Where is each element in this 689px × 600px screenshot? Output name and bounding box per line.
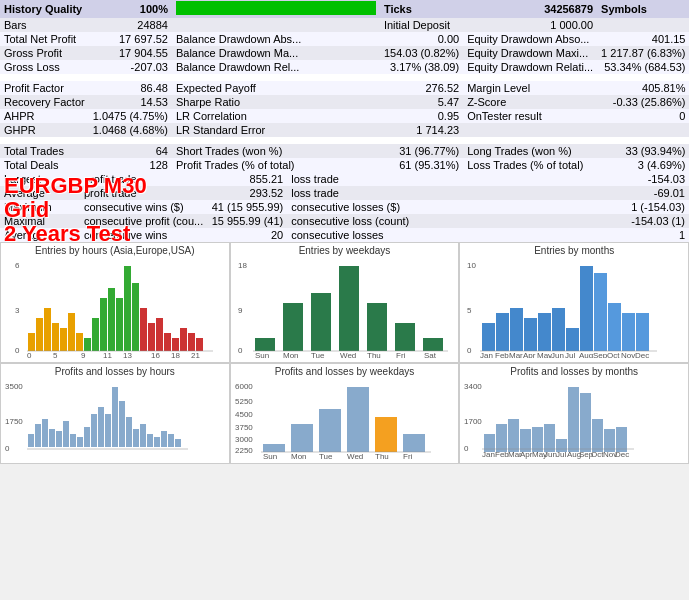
rf-value: 14.53	[89, 95, 172, 109]
y-w0: 0	[238, 346, 243, 355]
sr-label: Sharpe Ratio	[172, 95, 380, 109]
pnl-weekdays-title: Profits and losses by weekdays	[233, 366, 457, 377]
chart-pnl-weekdays: Profits and losses by weekdays 6000 5250…	[230, 363, 460, 464]
bar-sun	[255, 338, 275, 351]
bar-oct	[608, 303, 621, 351]
tt-value: 64	[89, 144, 172, 158]
pnl-bar-mar	[508, 419, 519, 452]
main-container: History Quality 100% Ticks 34256879 Symb…	[0, 0, 689, 464]
pnl-lbl-wed: Wed	[347, 452, 363, 459]
pnl-y-mid-h: 1750	[5, 417, 23, 426]
bd-max-value: 154.03 (0.82%)	[380, 46, 463, 60]
lrc-value: 0.95	[380, 109, 463, 123]
bars-value: 24884	[89, 18, 172, 32]
ahpr-label: AHPR	[0, 109, 89, 123]
ghpr-value: 1.0468 (4.68%)	[89, 123, 172, 137]
lbl-aug: Aug	[579, 351, 593, 358]
bar-mar	[510, 308, 523, 351]
bar-feb	[496, 313, 509, 351]
pnl-bar-wed	[347, 387, 369, 452]
bar-h20	[188, 333, 195, 351]
y-m0: 0	[467, 346, 472, 355]
bar-h13	[132, 283, 139, 351]
bar-sep	[594, 273, 607, 351]
largest-label: Largest	[0, 172, 80, 186]
pnl-y-max-h: 3500	[5, 382, 23, 391]
pnl-months-area: 3400 1700 0 Jan	[462, 379, 686, 461]
x-h13: 13	[123, 351, 132, 358]
bar-h2	[44, 308, 51, 351]
pnl-bar-jun	[544, 424, 555, 452]
x-h11: 11	[103, 351, 112, 358]
pnl-weekdays-area: 6000 5250 4500 3750 3000 2250 Sun Mon	[233, 379, 457, 461]
pnl-bar-h3	[49, 429, 55, 447]
bar-h11	[116, 298, 123, 351]
lbl-jun: Jun	[551, 351, 564, 358]
history-quality-value: 100%	[89, 0, 172, 18]
bar-h0	[28, 333, 35, 351]
y-wmax: 18	[238, 261, 247, 270]
pnl-bar-dec	[616, 427, 627, 452]
avg2-losses-label: consecutive losses	[287, 228, 447, 242]
max-cl-label: consecutive losses ($)	[287, 200, 447, 214]
bar-h17	[164, 333, 171, 351]
chart-months-area: 10 5 0 Jan	[462, 258, 686, 360]
ot-value: 0	[597, 109, 689, 123]
lbl-nov: Nov	[621, 351, 635, 358]
pnl-bar-h16	[140, 424, 146, 447]
pnl-hours-title: Profits and losses by hours	[3, 366, 227, 377]
bar-sat	[423, 338, 443, 351]
td-label: Total Deals	[0, 158, 89, 172]
maximal-profit-sub: consecutive profit (cou...	[80, 214, 207, 228]
pnl-y-3000: 3000	[235, 435, 253, 444]
pnl-bar-h6	[70, 434, 76, 447]
quality-bar	[176, 1, 376, 15]
pt-label: Profit Trades (% of total)	[172, 158, 380, 172]
chart-months-svg: 10 5 0 Jan	[462, 258, 682, 358]
ticks-value: 34256879	[463, 0, 597, 18]
ed-max-value: 1 217.87 (6.83%)	[597, 46, 689, 60]
st-value: 31 (96.77%)	[380, 144, 463, 158]
ghpr-label: GHPR	[0, 123, 89, 137]
zs-label: Z-Score	[463, 95, 597, 109]
y-mmid: 5	[467, 306, 472, 315]
avg-loss-label: loss trade	[287, 186, 447, 200]
largest-loss-label: loss trade	[287, 172, 447, 186]
avg-loss-value: -69.01	[447, 186, 689, 200]
tt-label: Total Trades	[0, 144, 89, 158]
pt-value: 61 (95.31%)	[380, 158, 463, 172]
bar-h1	[36, 318, 43, 351]
lower-section: EURGBP M30 Grid 2 Years Test Largest pro…	[0, 172, 689, 242]
lbl-mon: Mon	[283, 351, 299, 358]
lrse-value: 1 714.23	[380, 123, 463, 137]
pnl-bar-h1	[35, 424, 41, 447]
largest-profit-sub: profit trade	[80, 172, 207, 186]
st-label: Short Trades (won %)	[172, 144, 380, 158]
bar-jul	[566, 328, 579, 351]
pnl-bar-fri	[403, 434, 425, 452]
pnl-bar-h8	[84, 427, 90, 447]
lot-value: 3 (4.69%)	[597, 158, 689, 172]
avg2-label: Average	[0, 228, 80, 242]
pnl-bar-h15	[133, 429, 139, 447]
largest-loss-value: -154.03	[447, 172, 689, 186]
lt-value: 33 (93.94%)	[597, 144, 689, 158]
pnl-bar-tue	[319, 409, 341, 452]
chart-hours-svg: 6 3 0	[3, 258, 223, 358]
pnl-hours-svg: 3500 1750 0	[3, 379, 223, 459]
x-h16: 16	[151, 351, 160, 358]
bar-h18	[172, 338, 179, 351]
chart-hours-title: Entries by hours (Asia,Europe,USA)	[3, 245, 227, 256]
bar-h9	[100, 298, 107, 351]
pnl-lbl-mon: Mon	[291, 452, 307, 459]
pnl-y-6000: 6000	[235, 382, 253, 391]
tnp-value: 17 697.52	[89, 32, 172, 46]
largest-profit-value: 855.21	[207, 172, 287, 186]
y-label-0h: 0	[15, 346, 20, 355]
lrc-label: LR Correlation	[172, 109, 380, 123]
bar-h16	[156, 318, 163, 351]
max-cw-label: Maximum	[0, 200, 80, 214]
lbl-jan: Jan	[480, 351, 493, 358]
lbl-wed: Wed	[340, 351, 356, 358]
bar-h10	[108, 288, 115, 351]
